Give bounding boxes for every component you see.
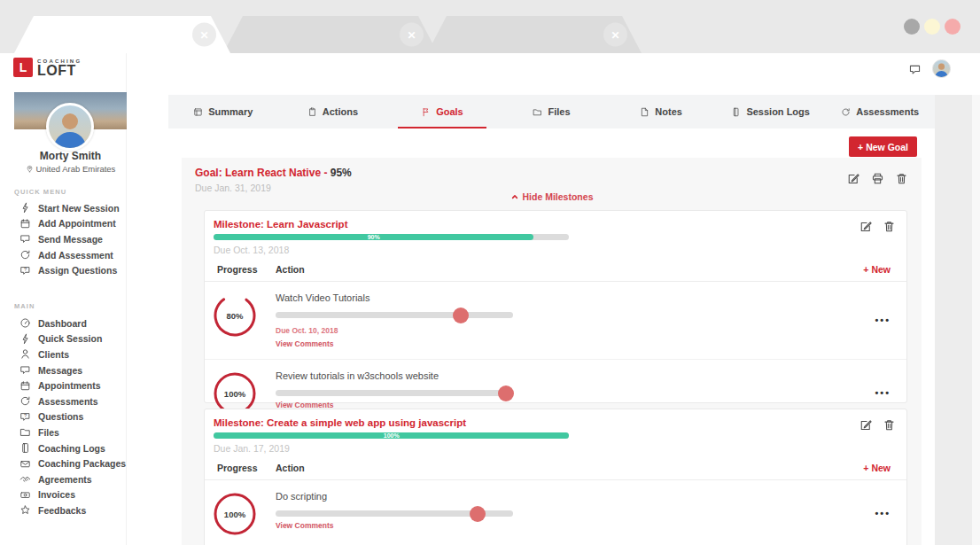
sidebar-item-invoices[interactable]: Invoices xyxy=(19,487,122,503)
slider-knob[interactable] xyxy=(470,506,486,522)
sidebar-item-clients[interactable]: Clients xyxy=(19,346,122,362)
sidebar-item-quick-session[interactable]: Quick Session xyxy=(19,331,122,347)
main-menu: Dashboard Quick Session Clients Messages… xyxy=(19,315,122,518)
sidebar-item-agreements[interactable]: Agreements xyxy=(19,471,122,487)
sidebar-item-add-assessment[interactable]: Add Assessment xyxy=(19,247,122,263)
edit-icon[interactable] xyxy=(859,418,873,432)
hide-milestones-link[interactable]: Hide Milestones xyxy=(182,191,922,202)
tab-actions[interactable]: Actions xyxy=(278,95,388,128)
milestone-actions xyxy=(859,220,896,233)
browser-tab[interactable]: ✕ xyxy=(223,16,438,53)
browser-tab[interactable]: ✕ xyxy=(427,16,642,53)
main-content: Summary Actions Goals Files Notes Sessio… xyxy=(127,53,980,545)
browser-chrome: ✕ ✕ ✕ xyxy=(0,0,980,53)
refresh-icon xyxy=(841,107,851,117)
handshake-icon xyxy=(19,473,31,485)
view-comments-link[interactable]: View Comments xyxy=(276,521,513,530)
milestone-card: Milestone: Learn Javascript 90% Due Oct.… xyxy=(204,210,907,403)
slider-knob[interactable] xyxy=(453,308,469,323)
milestone-progress-label: 100% xyxy=(384,432,400,439)
right-edge xyxy=(972,53,980,545)
client-location: United Arab Emirates xyxy=(14,164,127,174)
logo-loft-text: LOFT xyxy=(37,64,82,77)
tab-goals[interactable]: Goals xyxy=(387,95,497,128)
action-menu-button[interactable]: ••• xyxy=(875,508,891,518)
new-action-link[interactable]: + New xyxy=(863,264,891,275)
trash-icon[interactable] xyxy=(883,220,896,233)
new-action-link[interactable]: + New xyxy=(863,463,891,473)
sidebar-item-messages[interactable]: Messages xyxy=(19,362,122,378)
action-title: Review tutorials in w3schools website xyxy=(276,370,513,381)
refresh-icon xyxy=(19,395,31,407)
sidebar-item-assessments[interactable]: Assessments xyxy=(19,393,122,409)
action-menu-button[interactable]: ••• xyxy=(875,387,891,398)
window-dot-cream[interactable] xyxy=(924,19,940,35)
chevron-up-icon xyxy=(510,192,519,201)
tab-summary[interactable]: Summary xyxy=(168,95,278,128)
edit-icon[interactable] xyxy=(859,220,873,233)
svg-text:?: ? xyxy=(24,267,27,272)
close-icon[interactable]: ✕ xyxy=(400,23,424,47)
avatar[interactable] xyxy=(932,59,951,78)
milestone-title: Milestone: Learn Javascript xyxy=(214,219,898,230)
client-tabs: Summary Actions Goals Files Notes Sessio… xyxy=(168,95,935,128)
sidebar-item-files[interactable]: Files xyxy=(19,424,122,440)
package-icon xyxy=(19,458,31,470)
avatar[interactable] xyxy=(46,103,94,151)
milestone-progress-bar: 100% xyxy=(214,432,569,439)
sidebar: L COACHING LOFT Morty Smith United Arab … xyxy=(0,53,127,545)
app-logo[interactable]: L COACHING LOFT xyxy=(13,58,82,77)
sidebar-item-add-appointment[interactable]: Add Appointment xyxy=(19,216,122,232)
dashboard-icon xyxy=(19,317,31,329)
action-progress-ring: 100% xyxy=(212,491,258,537)
doc-icon xyxy=(640,107,649,117)
new-goal-button[interactable]: + New Goal xyxy=(849,136,917,157)
action-progress-slider[interactable] xyxy=(276,510,513,517)
close-icon[interactable]: ✕ xyxy=(603,23,627,47)
log-icon xyxy=(19,442,31,454)
pin-icon xyxy=(26,165,34,173)
sidebar-item-questions[interactable]: ? Questions xyxy=(19,409,122,425)
app: ✕ ✕ ✕ L COACHING LOFT xyxy=(0,0,980,545)
view-comments-link[interactable]: View Comments xyxy=(276,339,513,348)
slider-knob[interactable] xyxy=(498,385,514,401)
action-row: 80% Watch Video Tutorials Due Oct. 10, 2… xyxy=(205,282,906,359)
quick-menu: Start New Session Add Appointment Send M… xyxy=(19,200,122,278)
tab-notes[interactable]: Notes xyxy=(606,95,716,128)
close-icon[interactable]: ✕ xyxy=(192,23,216,47)
sidebar-item-coaching-logs[interactable]: Coaching Logs xyxy=(19,440,122,456)
progress-column-header: Progress xyxy=(217,264,276,275)
browser-tab-active[interactable]: ✕ xyxy=(14,16,230,53)
sidebar-item-assign-questions[interactable]: ? Assign Questions xyxy=(19,262,122,278)
trash-icon[interactable] xyxy=(895,172,908,185)
sidebar-item-feedbacks[interactable]: Feedbacks xyxy=(19,502,122,518)
tab-files[interactable]: Files xyxy=(497,95,607,128)
sidebar-item-coaching-packages[interactable]: Coaching Packages xyxy=(19,455,122,471)
window-controls xyxy=(904,19,961,35)
action-progress-slider[interactable] xyxy=(276,390,513,396)
milestone-progress-bar: 90% xyxy=(214,234,569,240)
trash-icon[interactable] xyxy=(883,418,896,432)
action-row: 100% Do scripting View Comments ••• xyxy=(205,480,906,545)
sidebar-item-dashboard[interactable]: Dashboard xyxy=(19,315,122,331)
action-progress-slider[interactable] xyxy=(276,312,513,318)
question-icon: ? xyxy=(19,265,31,276)
window-dot-pink[interactable] xyxy=(945,19,961,35)
edit-icon[interactable] xyxy=(847,172,860,185)
action-menu-button[interactable]: ••• xyxy=(875,315,891,325)
print-icon[interactable] xyxy=(871,172,884,185)
sidebar-item-appointments[interactable]: Appointments xyxy=(19,378,122,393)
action-percent: 80% xyxy=(212,292,258,339)
action-title: Watch Video Tutorials xyxy=(276,292,513,303)
bolt-icon xyxy=(19,333,31,345)
action-title: Do scripting xyxy=(276,491,513,502)
milestone-progress-label: 90% xyxy=(368,234,380,240)
tab-session-logs[interactable]: Session Logs xyxy=(716,95,826,128)
summary-icon xyxy=(193,107,203,117)
chat-icon[interactable] xyxy=(908,63,922,76)
window-dot-gray[interactable] xyxy=(904,19,920,35)
action-due-date: Due Oct. 10, 2018 xyxy=(276,326,513,335)
tab-assessments[interactable]: Assessments xyxy=(825,95,935,128)
sidebar-item-start-new-session[interactable]: Start New Session xyxy=(19,200,122,216)
sidebar-item-send-message[interactable]: Send Message xyxy=(19,231,122,247)
